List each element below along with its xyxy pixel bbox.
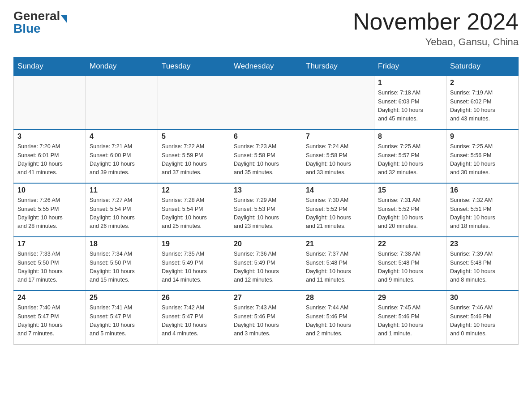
day-info: Sunrise: 7:19 AMSunset: 6:02 PMDaylight:… [450, 89, 515, 124]
table-row: 20Sunrise: 7:36 AMSunset: 5:49 PMDayligh… [230, 237, 302, 291]
weekday-header-row: Sunday Monday Tuesday Wednesday Thursday… [14, 57, 519, 76]
table-row: 21Sunrise: 7:37 AMSunset: 5:48 PMDayligh… [302, 237, 374, 291]
header-sunday: Sunday [14, 57, 86, 76]
calendar-week-row: 17Sunrise: 7:33 AMSunset: 5:50 PMDayligh… [14, 237, 519, 291]
table-row: 18Sunrise: 7:34 AMSunset: 5:50 PMDayligh… [86, 237, 158, 291]
title-block: November 2024 Yebao, Gansu, China [353, 9, 519, 48]
day-info: Sunrise: 7:41 AMSunset: 5:47 PMDaylight:… [90, 304, 154, 338]
day-info: Sunrise: 7:37 AMSunset: 5:48 PMDaylight:… [306, 250, 370, 285]
day-number: 3 [17, 133, 82, 141]
calendar-week-row: 1Sunrise: 7:18 AMSunset: 6:03 PMDaylight… [14, 76, 519, 129]
table-row: 22Sunrise: 7:38 AMSunset: 5:48 PMDayligh… [374, 237, 446, 291]
day-number: 6 [234, 133, 298, 141]
table-row: 26Sunrise: 7:42 AMSunset: 5:47 PMDayligh… [158, 291, 230, 344]
day-number: 26 [162, 294, 226, 302]
table-row: 25Sunrise: 7:41 AMSunset: 5:47 PMDayligh… [86, 291, 158, 344]
table-row [302, 76, 374, 129]
day-info: Sunrise: 7:25 AMSunset: 5:57 PMDaylight:… [378, 142, 442, 177]
table-row: 5Sunrise: 7:22 AMSunset: 5:59 PMDaylight… [158, 129, 230, 183]
day-number: 15 [378, 186, 442, 194]
day-number: 22 [378, 240, 442, 248]
page-header: General Blue November 2024 Yebao, Gansu,… [13, 9, 519, 48]
day-number: 23 [450, 240, 515, 248]
table-row: 12Sunrise: 7:28 AMSunset: 5:54 PMDayligh… [158, 183, 230, 237]
day-number: 11 [90, 186, 154, 194]
day-info: Sunrise: 7:45 AMSunset: 5:46 PMDaylight:… [378, 304, 442, 338]
table-row: 1Sunrise: 7:18 AMSunset: 6:03 PMDaylight… [374, 76, 446, 129]
table-row: 7Sunrise: 7:24 AMSunset: 5:58 PMDaylight… [302, 129, 374, 183]
header-wednesday: Wednesday [230, 57, 302, 76]
header-thursday: Thursday [302, 57, 374, 76]
day-number: 27 [234, 294, 298, 302]
calendar-week-row: 3Sunrise: 7:20 AMSunset: 6:01 PMDaylight… [14, 129, 519, 183]
day-info: Sunrise: 7:30 AMSunset: 5:52 PMDaylight:… [306, 196, 370, 231]
table-row: 11Sunrise: 7:27 AMSunset: 5:54 PMDayligh… [86, 183, 158, 237]
day-info: Sunrise: 7:35 AMSunset: 5:49 PMDaylight:… [162, 250, 226, 285]
table-row [14, 76, 86, 129]
day-number: 18 [90, 240, 154, 248]
header-friday: Friday [374, 57, 446, 76]
day-info: Sunrise: 7:42 AMSunset: 5:47 PMDaylight:… [162, 304, 226, 338]
day-number: 12 [162, 186, 226, 194]
header-monday: Monday [86, 57, 158, 76]
day-info: Sunrise: 7:23 AMSunset: 5:58 PMDaylight:… [234, 142, 298, 177]
table-row: 16Sunrise: 7:32 AMSunset: 5:51 PMDayligh… [446, 183, 519, 237]
calendar-table: Sunday Monday Tuesday Wednesday Thursday… [13, 57, 519, 345]
day-number: 28 [306, 294, 370, 302]
header-saturday: Saturday [446, 57, 519, 76]
day-info: Sunrise: 7:25 AMSunset: 5:56 PMDaylight:… [450, 142, 515, 177]
calendar-week-row: 10Sunrise: 7:26 AMSunset: 5:55 PMDayligh… [14, 183, 519, 237]
table-row: 13Sunrise: 7:29 AMSunset: 5:53 PMDayligh… [230, 183, 302, 237]
day-number: 30 [450, 294, 515, 302]
table-row: 24Sunrise: 7:40 AMSunset: 5:47 PMDayligh… [14, 291, 86, 344]
table-row: 15Sunrise: 7:31 AMSunset: 5:52 PMDayligh… [374, 183, 446, 237]
day-info: Sunrise: 7:34 AMSunset: 5:50 PMDaylight:… [90, 250, 154, 285]
day-number: 4 [90, 133, 154, 141]
day-number: 10 [17, 186, 82, 194]
day-number: 8 [378, 133, 442, 141]
day-info: Sunrise: 7:22 AMSunset: 5:59 PMDaylight:… [162, 142, 226, 177]
day-number: 13 [234, 186, 298, 194]
day-number: 25 [90, 294, 154, 302]
table-row: 10Sunrise: 7:26 AMSunset: 5:55 PMDayligh… [14, 183, 86, 237]
day-number: 21 [306, 240, 370, 248]
table-row [158, 76, 230, 129]
table-row: 28Sunrise: 7:44 AMSunset: 5:46 PMDayligh… [302, 291, 374, 344]
day-info: Sunrise: 7:21 AMSunset: 6:00 PMDaylight:… [90, 142, 154, 177]
day-info: Sunrise: 7:38 AMSunset: 5:48 PMDaylight:… [378, 250, 442, 285]
day-info: Sunrise: 7:32 AMSunset: 5:51 PMDaylight:… [450, 196, 515, 231]
table-row [230, 76, 302, 129]
table-row: 9Sunrise: 7:25 AMSunset: 5:56 PMDaylight… [446, 129, 519, 183]
table-row: 19Sunrise: 7:35 AMSunset: 5:49 PMDayligh… [158, 237, 230, 291]
table-row: 3Sunrise: 7:20 AMSunset: 6:01 PMDaylight… [14, 129, 86, 183]
table-row [86, 76, 158, 129]
day-info: Sunrise: 7:31 AMSunset: 5:52 PMDaylight:… [378, 196, 442, 231]
day-number: 29 [378, 294, 442, 302]
table-row: 6Sunrise: 7:23 AMSunset: 5:58 PMDaylight… [230, 129, 302, 183]
day-number: 17 [17, 240, 82, 248]
day-number: 16 [450, 186, 515, 194]
table-row: 23Sunrise: 7:39 AMSunset: 5:48 PMDayligh… [446, 237, 519, 291]
month-title: November 2024 [353, 9, 519, 34]
table-row: 30Sunrise: 7:46 AMSunset: 5:46 PMDayligh… [446, 291, 519, 344]
day-info: Sunrise: 7:18 AMSunset: 6:03 PMDaylight:… [378, 89, 442, 124]
day-number: 19 [162, 240, 226, 248]
table-row: 4Sunrise: 7:21 AMSunset: 6:00 PMDaylight… [86, 129, 158, 183]
table-row: 2Sunrise: 7:19 AMSunset: 6:02 PMDaylight… [446, 76, 519, 129]
day-info: Sunrise: 7:20 AMSunset: 6:01 PMDaylight:… [17, 142, 82, 177]
day-number: 14 [306, 186, 370, 194]
day-number: 24 [17, 294, 82, 302]
day-number: 9 [450, 133, 515, 141]
day-number: 1 [378, 79, 442, 87]
day-info: Sunrise: 7:36 AMSunset: 5:49 PMDaylight:… [234, 250, 298, 285]
logo-blue-text: Blue [13, 21, 67, 36]
day-info: Sunrise: 7:33 AMSunset: 5:50 PMDaylight:… [17, 250, 82, 285]
day-info: Sunrise: 7:46 AMSunset: 5:46 PMDaylight:… [450, 304, 515, 338]
table-row: 14Sunrise: 7:30 AMSunset: 5:52 PMDayligh… [302, 183, 374, 237]
day-number: 5 [162, 133, 226, 141]
day-number: 7 [306, 133, 370, 141]
table-row: 17Sunrise: 7:33 AMSunset: 5:50 PMDayligh… [14, 237, 86, 291]
table-row: 29Sunrise: 7:45 AMSunset: 5:46 PMDayligh… [374, 291, 446, 344]
day-info: Sunrise: 7:39 AMSunset: 5:48 PMDaylight:… [450, 250, 515, 285]
day-info: Sunrise: 7:29 AMSunset: 5:53 PMDaylight:… [234, 196, 298, 231]
